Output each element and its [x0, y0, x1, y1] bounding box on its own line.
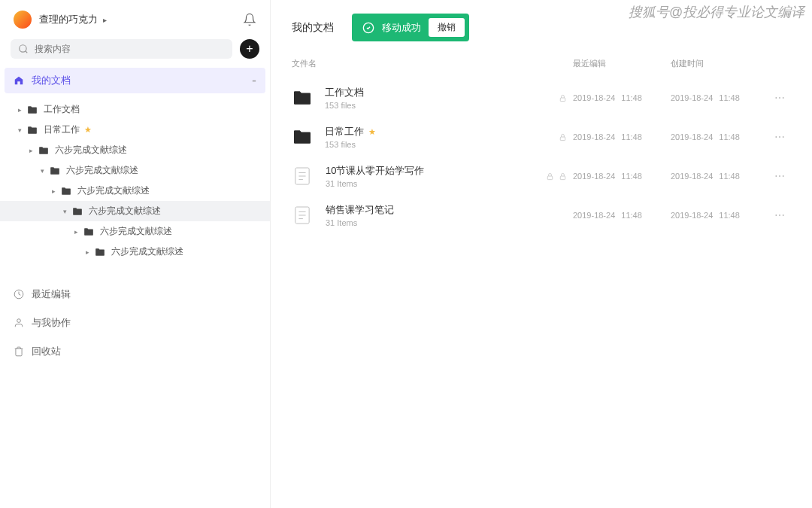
folder-icon [38, 146, 49, 155]
chevron-icon[interactable]: ▾ [62, 208, 68, 215]
sidebar-header: 查理的巧克力 ▸ [0, 0, 270, 39]
date-edited: 2019-18-2411:48 [573, 93, 671, 102]
tree-row[interactable]: ▸六步完成文献综述 [0, 181, 270, 201]
sidebar: 查理的巧克力 ▸ + 我的文档 - ▸工作文档▾日常工作★▸六步完成文献综述▾六… [0, 0, 271, 508]
tree-row[interactable]: ▾六步完成文献综述 [0, 201, 270, 221]
more-button[interactable]: ⋯ [768, 92, 791, 104]
svg-point-2 [17, 319, 21, 323]
avatar[interactable] [14, 11, 32, 29]
svg-rect-5 [560, 137, 565, 141]
lock-cell [543, 133, 573, 141]
search-box[interactable] [11, 39, 232, 59]
col-filename: 文件名 [292, 58, 543, 69]
chevron-icon[interactable]: ▸ [50, 187, 56, 195]
date-created: 2019-18-2411:48 [671, 93, 768, 102]
file-name: 工作文档 [325, 86, 543, 99]
file-row[interactable]: 销售课学习笔记31 Items2019-18-2411:482019-18-24… [283, 196, 800, 235]
watermark: 搜狐号@投必得专业论文编译 [629, 3, 804, 21]
toast-success: 移动成功 撤销 [352, 14, 469, 41]
folder-icon [27, 126, 38, 135]
chevron-icon[interactable]: ▸ [28, 147, 34, 154]
chevron-icon[interactable]: ▸ [73, 228, 79, 236]
tree-label: 六步完成文献综述 [55, 144, 127, 157]
folder-icon [27, 105, 38, 114]
date-edited: 2019-18-2411:48 [573, 132, 671, 141]
chevron-icon[interactable]: ▸ [84, 248, 90, 256]
date-edited: 2019-18-2411:48 [573, 211, 671, 220]
nav-recent[interactable]: 最近编辑 [0, 280, 270, 309]
tree-row[interactable]: ▾日常工作★ [0, 120, 270, 140]
file-name: 10节课从零开始学写作 [326, 164, 543, 178]
folder-icon [50, 166, 60, 175]
collapse-icon[interactable]: - [252, 74, 256, 87]
file-row[interactable]: 工作文档153 files2019-18-2411:482019-18-2411… [283, 78, 800, 117]
folder-icon [72, 207, 83, 216]
file-row[interactable]: 日常工作★153 files2019-18-2411:482019-18-241… [283, 117, 800, 157]
bottom-nav: 最近编辑 与我协作 回收站 [0, 280, 270, 366]
tree-row[interactable]: ▸六步完成文献综述 [0, 242, 270, 262]
tree-label: 六步完成文献综述 [77, 184, 150, 197]
chevron-icon[interactable]: ▾ [39, 167, 45, 175]
date-created: 2019-18-2411:48 [671, 132, 768, 141]
folder-icon [95, 248, 105, 257]
search-icon [18, 44, 29, 54]
folder-tree: ▸工作文档▾日常工作★▸六步完成文献综述▾六步完成文献综述▸六步完成文献综述▾六… [0, 96, 270, 271]
nav-trash[interactable]: 回收站 [0, 337, 270, 366]
tree-label: 六步完成文献综述 [100, 225, 172, 238]
tree-label: 六步完成文献综述 [89, 205, 161, 217]
tree-row[interactable]: ▸工作文档 [0, 99, 270, 120]
home-icon [14, 75, 24, 86]
lock-icon [559, 133, 567, 141]
nav-label: 回收站 [32, 345, 61, 358]
more-button[interactable]: ⋯ [768, 170, 791, 182]
toast-message: 移动成功 [382, 21, 421, 35]
more-button[interactable]: ⋯ [768, 131, 791, 143]
file-list: 工作文档153 files2019-18-2411:482019-18-2411… [271, 75, 812, 238]
file-name: 销售课学习笔记 [326, 203, 543, 217]
folder-icon [83, 227, 94, 236]
date-created: 2019-18-2411:48 [671, 172, 768, 181]
file-meta: 31 Items [326, 218, 543, 227]
folder-icon [292, 90, 313, 106]
svg-rect-8 [560, 176, 565, 180]
file-info: 工作文档153 files [325, 86, 543, 110]
file-row[interactable]: 10节课从零开始学写作31 Items2019-18-2411:482019-1… [283, 157, 800, 196]
date-edited: 2019-18-2411:48 [573, 172, 671, 181]
username[interactable]: 查理的巧克力 ▸ [39, 13, 235, 26]
trash-icon [14, 346, 24, 357]
document-icon [294, 205, 311, 225]
search-input[interactable] [35, 44, 225, 54]
lock-cell [543, 172, 573, 181]
add-button[interactable]: + [240, 39, 259, 59]
tree-label: 六步完成文献综述 [66, 164, 138, 177]
lock-icon [559, 172, 567, 181]
date-created: 2019-18-2411:48 [671, 211, 768, 220]
svg-rect-7 [547, 176, 552, 180]
page-title: 我的文档 [292, 21, 334, 35]
chevron-icon[interactable]: ▸ [17, 106, 23, 114]
svg-point-0 [20, 45, 26, 52]
nav-my-docs[interactable]: 我的文档 - [5, 68, 265, 93]
table-header: 文件名 最近编辑 创建时间 [271, 49, 812, 75]
nav-label: 我的文档 [32, 74, 71, 87]
tree-label: 六步完成文献综述 [111, 245, 183, 258]
star-icon: ★ [368, 127, 376, 137]
tree-row[interactable]: ▾六步完成文献综述 [0, 160, 270, 181]
dropdown-caret-icon: ▸ [101, 16, 107, 24]
undo-button[interactable]: 撤销 [429, 18, 465, 37]
tree-row[interactable]: ▸六步完成文献综述 [0, 221, 270, 242]
search-row: + [0, 39, 270, 65]
document-icon [294, 166, 311, 186]
lock-cell [543, 94, 573, 102]
tree-row[interactable]: ▸六步完成文献综述 [0, 140, 270, 160]
more-button[interactable]: ⋯ [768, 209, 791, 221]
plus-icon: + [246, 43, 253, 55]
chevron-icon[interactable]: ▾ [17, 126, 23, 134]
tree-label: 工作文档 [44, 103, 80, 116]
nav-shared[interactable]: 与我协作 [0, 309, 270, 337]
user-icon [14, 318, 24, 328]
col-created: 创建时间 [671, 58, 768, 69]
bell-icon[interactable] [243, 13, 256, 26]
main-panel: 我的文档 移动成功 撤销 文件名 最近编辑 创建时间 工作文档153 files… [271, 0, 812, 508]
check-circle-icon [362, 22, 374, 34]
